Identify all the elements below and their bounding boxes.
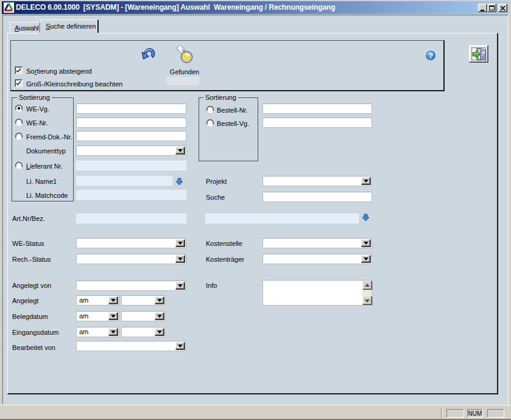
- svg-text:?: ?: [428, 51, 433, 60]
